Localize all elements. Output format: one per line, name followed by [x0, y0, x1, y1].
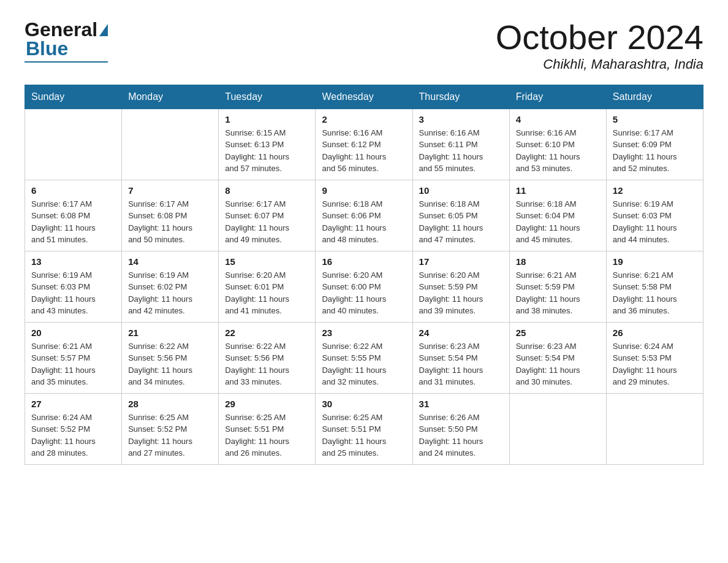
day-number: 5 [613, 114, 697, 124]
calendar-body: 1Sunrise: 6:15 AM Sunset: 6:13 PM Daylig… [25, 109, 703, 464]
calendar-cell: 5Sunrise: 6:17 AM Sunset: 6:09 PM Daylig… [606, 109, 703, 180]
calendar-cell: 20Sunrise: 6:21 AM Sunset: 5:57 PM Dayli… [25, 322, 122, 393]
day-number: 21 [128, 327, 212, 338]
day-info: Sunrise: 6:19 AM Sunset: 6:02 PM Dayligh… [128, 269, 212, 317]
calendar-header: SundayMondayTuesdayWednesdayThursdayFrid… [25, 85, 703, 109]
calendar-cell: 29Sunrise: 6:25 AM Sunset: 5:51 PM Dayli… [219, 393, 316, 464]
day-info: Sunrise: 6:17 AM Sunset: 6:08 PM Dayligh… [31, 198, 115, 246]
calendar-cell: 17Sunrise: 6:20 AM Sunset: 5:59 PM Dayli… [412, 251, 509, 322]
logo-triangle-icon [99, 24, 108, 36]
day-info: Sunrise: 6:26 AM Sunset: 5:50 PM Dayligh… [419, 412, 503, 459]
day-number: 2 [322, 114, 406, 124]
calendar-cell: 12Sunrise: 6:19 AM Sunset: 6:03 PM Dayli… [606, 180, 703, 251]
day-info: Sunrise: 6:15 AM Sunset: 6:13 PM Dayligh… [225, 127, 309, 175]
day-info: Sunrise: 6:21 AM Sunset: 5:59 PM Dayligh… [516, 269, 600, 317]
day-info: Sunrise: 6:17 AM Sunset: 6:08 PM Dayligh… [128, 198, 212, 246]
day-number: 9 [322, 185, 406, 196]
day-number: 25 [516, 327, 600, 338]
day-header-wednesday: Wednesday [316, 85, 412, 109]
logo-blue: Blue [26, 37, 68, 59]
day-info: Sunrise: 6:17 AM Sunset: 6:09 PM Dayligh… [613, 127, 697, 175]
day-info: Sunrise: 6:25 AM Sunset: 5:51 PM Dayligh… [225, 412, 309, 459]
day-info: Sunrise: 6:17 AM Sunset: 6:07 PM Dayligh… [225, 198, 309, 246]
day-number: 14 [128, 256, 212, 267]
page-header: General Blue October 2024 Chikhli, Mahar… [25, 18, 703, 72]
day-info: Sunrise: 6:25 AM Sunset: 5:51 PM Dayligh… [322, 412, 406, 459]
week-row-1: 1Sunrise: 6:15 AM Sunset: 6:13 PM Daylig… [25, 109, 703, 180]
calendar-cell [25, 109, 122, 180]
days-of-week-row: SundayMondayTuesdayWednesdayThursdayFrid… [25, 85, 703, 109]
day-number: 26 [613, 327, 697, 338]
day-header-friday: Friday [509, 85, 606, 109]
day-number: 7 [128, 185, 212, 196]
day-info: Sunrise: 6:24 AM Sunset: 5:53 PM Dayligh… [613, 340, 697, 388]
calendar-cell: 24Sunrise: 6:23 AM Sunset: 5:54 PM Dayli… [412, 322, 509, 393]
day-info: Sunrise: 6:20 AM Sunset: 5:59 PM Dayligh… [419, 269, 503, 317]
day-number: 23 [322, 327, 406, 338]
day-number: 10 [419, 185, 503, 196]
calendar-cell: 31Sunrise: 6:26 AM Sunset: 5:50 PM Dayli… [412, 393, 509, 464]
calendar-cell: 30Sunrise: 6:25 AM Sunset: 5:51 PM Dayli… [316, 393, 412, 464]
day-info: Sunrise: 6:25 AM Sunset: 5:52 PM Dayligh… [128, 412, 212, 459]
day-info: Sunrise: 6:22 AM Sunset: 5:55 PM Dayligh… [322, 340, 406, 388]
day-number: 28 [128, 399, 212, 409]
day-number: 4 [516, 114, 600, 124]
day-number: 8 [225, 185, 309, 196]
calendar-cell: 7Sunrise: 6:17 AM Sunset: 6:08 PM Daylig… [122, 180, 219, 251]
day-number: 1 [225, 114, 309, 124]
calendar-cell: 6Sunrise: 6:17 AM Sunset: 6:08 PM Daylig… [25, 180, 122, 251]
day-info: Sunrise: 6:24 AM Sunset: 5:52 PM Dayligh… [31, 412, 115, 459]
calendar-cell: 16Sunrise: 6:20 AM Sunset: 6:00 PM Dayli… [316, 251, 412, 322]
day-info: Sunrise: 6:23 AM Sunset: 5:54 PM Dayligh… [419, 340, 503, 388]
day-number: 16 [322, 256, 406, 267]
calendar-cell: 2Sunrise: 6:16 AM Sunset: 6:12 PM Daylig… [316, 109, 412, 180]
day-header-saturday: Saturday [606, 85, 703, 109]
day-number: 27 [31, 399, 115, 409]
calendar-cell: 21Sunrise: 6:22 AM Sunset: 5:56 PM Dayli… [122, 322, 219, 393]
day-number: 19 [613, 256, 697, 267]
calendar-cell: 10Sunrise: 6:18 AM Sunset: 6:05 PM Dayli… [412, 180, 509, 251]
day-number: 11 [516, 185, 600, 196]
calendar-cell [606, 393, 703, 464]
calendar-cell: 1Sunrise: 6:15 AM Sunset: 6:13 PM Daylig… [219, 109, 316, 180]
day-info: Sunrise: 6:20 AM Sunset: 6:00 PM Dayligh… [322, 269, 406, 317]
calendar-cell: 28Sunrise: 6:25 AM Sunset: 5:52 PM Dayli… [122, 393, 219, 464]
calendar-cell: 14Sunrise: 6:19 AM Sunset: 6:02 PM Dayli… [122, 251, 219, 322]
day-number: 15 [225, 256, 309, 267]
calendar-cell: 23Sunrise: 6:22 AM Sunset: 5:55 PM Dayli… [316, 322, 412, 393]
day-info: Sunrise: 6:21 AM Sunset: 5:58 PM Dayligh… [613, 269, 697, 317]
calendar-cell [122, 109, 219, 180]
day-number: 13 [31, 256, 115, 267]
calendar-cell: 8Sunrise: 6:17 AM Sunset: 6:07 PM Daylig… [219, 180, 316, 251]
calendar-cell: 13Sunrise: 6:19 AM Sunset: 6:03 PM Dayli… [25, 251, 122, 322]
location-subtitle: Chikhli, Maharashtra, India [496, 56, 703, 72]
calendar-cell: 15Sunrise: 6:20 AM Sunset: 6:01 PM Dayli… [219, 251, 316, 322]
day-number: 3 [419, 114, 503, 124]
day-number: 30 [322, 399, 406, 409]
logo: General Blue [25, 18, 108, 63]
day-info: Sunrise: 6:23 AM Sunset: 5:54 PM Dayligh… [516, 340, 600, 388]
day-header-thursday: Thursday [412, 85, 509, 109]
calendar-table: SundayMondayTuesdayWednesdayThursdayFrid… [25, 85, 703, 465]
week-row-5: 27Sunrise: 6:24 AM Sunset: 5:52 PM Dayli… [25, 393, 703, 464]
day-number: 29 [225, 399, 309, 409]
week-row-3: 13Sunrise: 6:19 AM Sunset: 6:03 PM Dayli… [25, 251, 703, 322]
day-info: Sunrise: 6:16 AM Sunset: 6:11 PM Dayligh… [419, 127, 503, 175]
calendar-cell: 26Sunrise: 6:24 AM Sunset: 5:53 PM Dayli… [606, 322, 703, 393]
day-info: Sunrise: 6:16 AM Sunset: 6:10 PM Dayligh… [516, 127, 600, 175]
day-number: 18 [516, 256, 600, 267]
day-info: Sunrise: 6:19 AM Sunset: 6:03 PM Dayligh… [31, 269, 115, 317]
calendar-cell: 3Sunrise: 6:16 AM Sunset: 6:11 PM Daylig… [412, 109, 509, 180]
calendar-cell: 27Sunrise: 6:24 AM Sunset: 5:52 PM Dayli… [25, 393, 122, 464]
calendar-cell: 11Sunrise: 6:18 AM Sunset: 6:04 PM Dayli… [509, 180, 606, 251]
day-info: Sunrise: 6:20 AM Sunset: 6:01 PM Dayligh… [225, 269, 309, 317]
day-number: 12 [613, 185, 697, 196]
day-info: Sunrise: 6:22 AM Sunset: 5:56 PM Dayligh… [225, 340, 309, 388]
day-number: 24 [419, 327, 503, 338]
calendar-cell: 18Sunrise: 6:21 AM Sunset: 5:59 PM Dayli… [509, 251, 606, 322]
day-header-monday: Monday [122, 85, 219, 109]
day-info: Sunrise: 6:19 AM Sunset: 6:03 PM Dayligh… [613, 198, 697, 246]
calendar-cell: 22Sunrise: 6:22 AM Sunset: 5:56 PM Dayli… [219, 322, 316, 393]
calendar-cell: 25Sunrise: 6:23 AM Sunset: 5:54 PM Dayli… [509, 322, 606, 393]
calendar-cell: 19Sunrise: 6:21 AM Sunset: 5:58 PM Dayli… [606, 251, 703, 322]
